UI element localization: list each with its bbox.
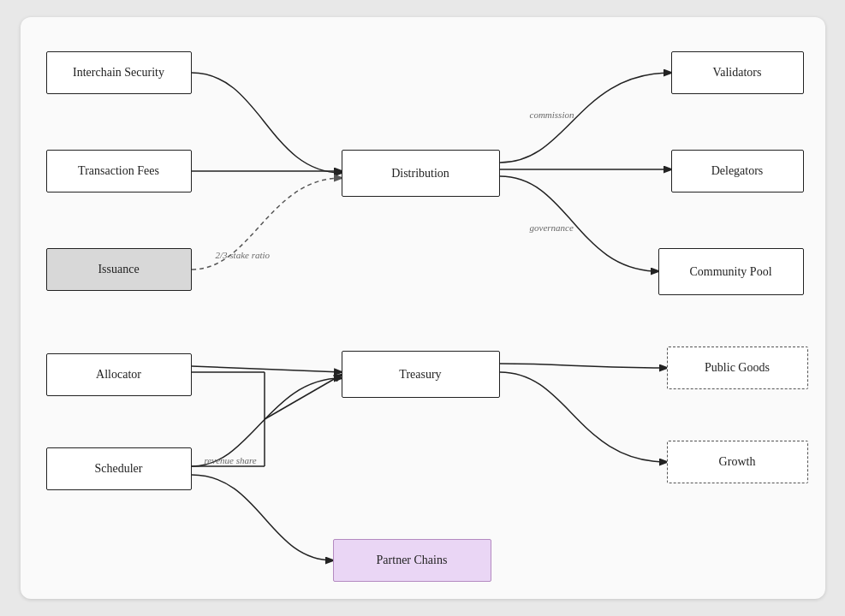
- growth-box: Growth: [667, 441, 808, 483]
- issuance-box: Issuance: [46, 248, 192, 291]
- treasury-label: Treasury: [399, 368, 441, 382]
- public-goods-label: Public Goods: [705, 361, 770, 375]
- validators-label: Validators: [713, 66, 762, 80]
- partner-chains-label: Partner Chains: [377, 554, 448, 567]
- arrows-svg: [21, 17, 825, 599]
- validators-box: Validators: [671, 51, 804, 94]
- transaction-fees-label: Transaction Fees: [78, 164, 159, 178]
- distribution-box: Distribution: [342, 150, 500, 197]
- revenue-share-label: revenue share: [205, 455, 257, 465]
- allocator-label: Allocator: [96, 368, 141, 382]
- scheduler-box: Scheduler: [46, 447, 192, 490]
- treasury-box: Treasury: [342, 351, 500, 398]
- growth-label: Growth: [719, 455, 756, 469]
- interchain-security-box: Interchain Security: [46, 51, 192, 94]
- partner-chains-box: Partner Chains: [333, 539, 491, 582]
- commission-label: commission: [530, 110, 574, 120]
- diagram-container: Interchain Security Transaction Fees Iss…: [21, 17, 825, 599]
- issuance-label: Issuance: [98, 263, 139, 276]
- allocator-box: Allocator: [46, 353, 192, 396]
- interchain-security-label: Interchain Security: [73, 66, 164, 80]
- governance-label: governance: [530, 222, 574, 233]
- delegators-box: Delegators: [671, 150, 804, 192]
- public-goods-box: Public Goods: [667, 346, 808, 389]
- community-pool-label: Community Pool: [689, 265, 771, 279]
- transaction-fees-box: Transaction Fees: [46, 150, 192, 192]
- delegators-label: Delegators: [711, 164, 764, 178]
- community-pool-box: Community Pool: [658, 248, 804, 295]
- stake-ratio-label: 2/3 stake ratio: [216, 250, 271, 260]
- scheduler-label: Scheduler: [95, 462, 143, 476]
- distribution-label: Distribution: [391, 167, 449, 181]
